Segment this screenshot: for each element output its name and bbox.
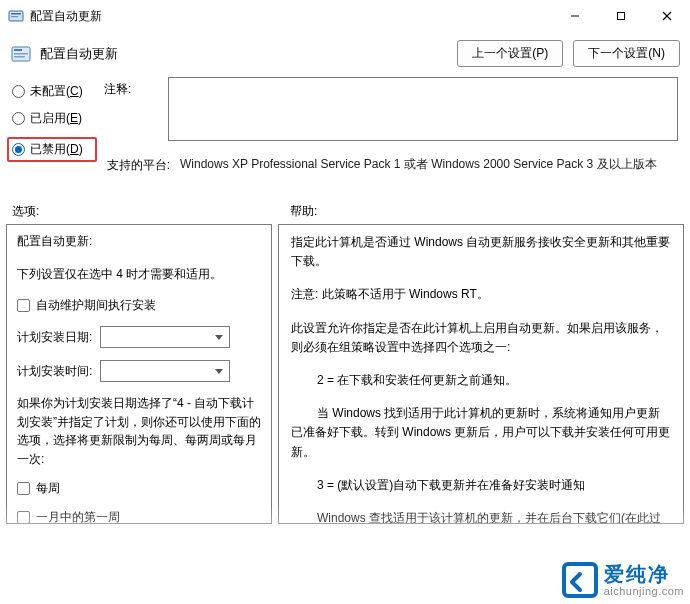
help-paragraph: 指定此计算机是否通过 Windows 自动更新服务接收安全更新和其他重要下载。 [291, 233, 671, 271]
radio-label: 已启用(E) [30, 110, 82, 127]
svg-rect-8 [14, 49, 22, 51]
comment-textarea[interactable] [168, 77, 678, 141]
next-setting-button[interactable]: 下一个设置(N) [573, 40, 680, 67]
checkbox-icon [17, 511, 30, 524]
window-title: 配置自动更新 [30, 8, 102, 25]
close-button[interactable] [644, 0, 690, 32]
options-pane[interactable]: 配置自动更新: 下列设置仅在选中 4 时才需要和适用。 自动维护期间执行安装 计… [6, 224, 272, 524]
watermark-text-cn: 爱纯净 [604, 563, 684, 585]
help-pane[interactable]: 指定此计算机是否通过 Windows 自动更新服务接收安全更新和其他重要下载。 … [278, 224, 684, 524]
svg-rect-4 [618, 13, 625, 20]
help-paragraph: 注意: 此策略不适用于 Windows RT。 [291, 285, 671, 304]
checkbox-icon [17, 299, 30, 312]
supported-platform-text: Windows XP Professional Service Pack 1 或… [180, 155, 678, 191]
checkbox-weekly[interactable]: 每周 [17, 480, 261, 497]
help-option-3: 3 = (默认设置)自动下载更新并在准备好安装时通知 [291, 476, 671, 495]
app-icon [8, 8, 24, 24]
policy-title: 配置自动更新 [40, 45, 118, 63]
minimize-button[interactable] [552, 0, 598, 32]
options-note: 下列设置仅在选中 4 时才需要和适用。 [17, 266, 261, 283]
schedule-date-select[interactable] [100, 326, 230, 348]
svg-rect-9 [14, 53, 28, 55]
radio-label: 未配置(C) [30, 83, 83, 100]
options-paragraph: 如果你为计划安装日期选择了“4 - 自动下载计划安装”并指定了计划，则你还可以使… [17, 394, 261, 468]
radio-disabled[interactable]: 已禁用(D) [7, 137, 97, 162]
maximize-button[interactable] [598, 0, 644, 32]
watermark-text-en: aichunjing.com [604, 585, 684, 597]
previous-setting-button[interactable]: 上一个设置(P) [457, 40, 563, 67]
help-option-2: 2 = 在下载和安装任何更新之前通知。 [291, 371, 671, 390]
checkbox-first-week[interactable]: 一月中的第一周 [17, 509, 261, 524]
svg-rect-2 [11, 16, 18, 17]
radio-not-configured[interactable]: 未配置(C) [12, 83, 104, 100]
help-paragraph: 此设置允许你指定是否在此计算机上启用自动更新。如果启用该服务，则必须在组策略设置… [291, 319, 671, 357]
options-section-label: 选项: [12, 203, 290, 220]
comment-label: 注释: [104, 77, 158, 98]
checkbox-label: 自动维护期间执行安装 [36, 297, 156, 314]
schedule-time-label: 计划安装时间: [17, 363, 92, 380]
svg-rect-10 [14, 56, 25, 58]
policy-icon [10, 43, 32, 65]
supported-platform-label: 支持的平台: [104, 155, 170, 174]
radio-icon [12, 85, 25, 98]
radio-label: 已禁用(D) [30, 141, 83, 158]
watermark-logo-icon [560, 560, 600, 600]
radio-icon [12, 112, 25, 125]
options-title: 配置自动更新: [17, 233, 261, 250]
checkbox-maintenance-install[interactable]: 自动维护期间执行安装 [17, 297, 261, 314]
schedule-date-label: 计划安装日期: [17, 329, 92, 346]
checkbox-label: 一月中的第一周 [36, 509, 120, 524]
checkbox-label: 每周 [36, 480, 60, 497]
svg-rect-1 [11, 13, 21, 15]
schedule-time-select[interactable] [100, 360, 230, 382]
watermark: 爱纯净 aichunjing.com [560, 560, 684, 600]
help-paragraph: Windows 查找适用于该计算机的更新，并在后台下载它们(在此过程中，用户不会… [291, 509, 671, 524]
radio-icon [12, 143, 25, 156]
help-section-label: 帮助: [290, 203, 317, 220]
checkbox-icon [17, 482, 30, 495]
radio-enabled[interactable]: 已启用(E) [12, 110, 104, 127]
help-paragraph: 当 Windows 找到适用于此计算机的更新时，系统将通知用户更新已准备好下载。… [291, 404, 671, 462]
